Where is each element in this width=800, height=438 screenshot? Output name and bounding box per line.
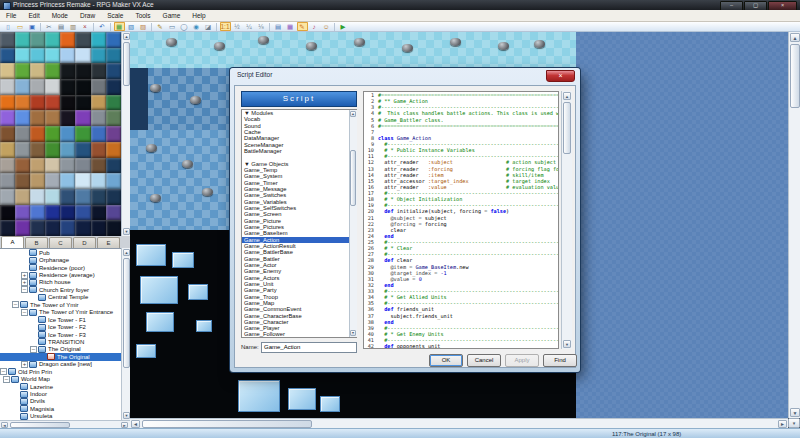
tool-character-generator-icon[interactable]: ☺	[321, 22, 332, 31]
tree-item-ice-tower-f2[interactable]: Ice Tower - F2	[0, 323, 121, 330]
palette-tile[interactable]	[75, 95, 90, 111]
palette-tile[interactable]	[15, 220, 30, 236]
palette-tile[interactable]	[106, 220, 121, 236]
palette-tile[interactable]	[60, 173, 75, 189]
palette-tile[interactable]	[30, 79, 45, 95]
palette-tile[interactable]	[60, 48, 75, 64]
palette-tile[interactable]	[45, 142, 60, 158]
palette-tile[interactable]	[91, 110, 106, 126]
scroll-thumb[interactable]	[123, 42, 130, 86]
palette-tile[interactable]	[75, 205, 90, 221]
palette-tile[interactable]	[15, 63, 30, 79]
palette-tile[interactable]	[106, 189, 121, 205]
dialog-close-button[interactable]: ×	[546, 70, 575, 82]
tree-item-indoor[interactable]: Indoor	[0, 390, 121, 397]
palette-tile[interactable]	[0, 220, 15, 236]
palette-tile[interactable]	[106, 48, 121, 64]
palette-tile[interactable]	[15, 32, 30, 48]
tool-open-project-icon[interactable]: ▭	[15, 22, 26, 31]
palette-tile[interactable]	[75, 79, 90, 95]
scroll-left-icon[interactable]: ◄	[131, 420, 140, 428]
menu-edit[interactable]: Edit	[22, 10, 45, 21]
palette-tile[interactable]	[75, 110, 90, 126]
palette-tile[interactable]	[75, 142, 90, 158]
palette-tile[interactable]	[45, 63, 60, 79]
dialog-button-ok[interactable]: OK	[429, 354, 463, 367]
scroll-thumb[interactable]	[350, 150, 356, 206]
palette-tab-b[interactable]: B	[25, 237, 48, 248]
palette-tile[interactable]	[45, 189, 60, 205]
tool-shadow-pen-icon[interactable]: ◪	[203, 22, 214, 31]
palette-tile[interactable]	[15, 79, 30, 95]
tool-paste-icon[interactable]: ▥	[68, 22, 79, 31]
palette-tile[interactable]	[75, 126, 90, 142]
tree-item-the-original[interactable]: The Original	[0, 353, 121, 360]
tree-item-residence-poor[interactable]: Residence (poor)	[0, 264, 121, 271]
palette-tile[interactable]	[45, 220, 60, 236]
palette-tab-d[interactable]: D	[73, 237, 96, 248]
palette-tile[interactable]	[91, 189, 106, 205]
menu-scale[interactable]: Scale	[101, 10, 129, 21]
scroll-up-icon[interactable]: ▲	[350, 111, 356, 117]
tool-new-project-icon[interactable]: ▯	[3, 22, 14, 31]
scroll-right-icon[interactable]: ►	[778, 420, 787, 428]
palette-tab-a[interactable]: A	[1, 236, 24, 248]
palette-tile[interactable]	[106, 32, 121, 48]
tree-item-pub[interactable]: Pub	[0, 249, 121, 256]
palette-tile[interactable]	[30, 220, 45, 236]
palette-tile[interactable]	[15, 173, 30, 189]
palette-tile[interactable]	[0, 189, 15, 205]
tool-resource-manager-icon[interactable]: ▦	[285, 22, 296, 31]
palette-tile[interactable]	[15, 126, 30, 142]
menu-tools[interactable]: Tools	[129, 10, 156, 21]
tool-rectangle-icon[interactable]: ▭	[167, 22, 178, 31]
tool-pencil-icon[interactable]: ✎	[155, 22, 166, 31]
scroll-up-icon[interactable]: ▲	[123, 33, 130, 40]
tree-item-ice-tower-f3[interactable]: Ice Tower - F3	[0, 331, 121, 338]
menu-mode[interactable]: Mode	[46, 10, 74, 21]
scroll-thumb[interactable]	[123, 258, 130, 368]
palette-tile[interactable]	[91, 126, 106, 142]
collapse-icon[interactable]: –	[12, 301, 19, 308]
palette-tile[interactable]	[75, 48, 90, 64]
palette-tile[interactable]	[15, 48, 30, 64]
palette-tile[interactable]	[45, 79, 60, 95]
palette-tile[interactable]	[30, 110, 45, 126]
palette-tile[interactable]	[0, 205, 15, 221]
palette-tile[interactable]	[91, 220, 106, 236]
palette-tile[interactable]	[0, 32, 15, 48]
palette-tile[interactable]	[91, 173, 106, 189]
palette-tile[interactable]	[60, 79, 75, 95]
expand-icon[interactable]: +	[21, 272, 28, 279]
tree-item-ursuleta[interactable]: Ursuleta	[0, 413, 121, 420]
scroll-up-icon[interactable]: ▲	[563, 92, 571, 100]
palette-tile[interactable]	[106, 158, 121, 174]
script-list-scrollbar[interactable]: ▲ ▼	[349, 110, 357, 337]
tool-ellipse-icon[interactable]: ◯	[179, 22, 190, 31]
tree-item-ritch-house[interactable]: +Ritch house	[0, 279, 121, 286]
palette-tile[interactable]	[60, 158, 75, 174]
tool-zoom-1-1-icon[interactable]: 1:1	[220, 22, 231, 31]
tool-flood-fill-icon[interactable]: ◉	[191, 22, 202, 31]
palette-tile[interactable]	[0, 126, 15, 142]
tree-item-world-map[interactable]: –World Map	[0, 375, 121, 382]
palette-tile[interactable]	[30, 63, 45, 79]
palette-tile[interactable]	[60, 32, 75, 48]
palette-tile[interactable]	[91, 32, 106, 48]
tree-item-ice-tower-f1[interactable]: Ice Tower - F1	[0, 316, 121, 323]
palette-tile[interactable]	[60, 205, 75, 221]
scroll-down-icon[interactable]: ▼	[350, 330, 356, 336]
palette-tile[interactable]	[45, 32, 60, 48]
palette-tile[interactable]	[106, 63, 121, 79]
script-name-input[interactable]: Game_Action	[261, 342, 357, 353]
palette-tile[interactable]	[15, 205, 30, 221]
menu-file[interactable]: File	[0, 10, 22, 21]
scroll-down-icon[interactable]: ▼	[123, 412, 130, 419]
palette-tile[interactable]	[15, 189, 30, 205]
dialog-button-cancel[interactable]: Cancel	[467, 354, 501, 367]
palette-tile[interactable]	[45, 95, 60, 111]
tree-item-the-tower-of-ymir-entrance[interactable]: –The Tower of Ymir Entrance	[0, 309, 121, 316]
scroll-down-icon[interactable]: ▼	[790, 408, 800, 417]
tool-script-editor-icon[interactable]: ✎	[297, 22, 308, 31]
collapse-icon[interactable]: –	[21, 286, 28, 293]
